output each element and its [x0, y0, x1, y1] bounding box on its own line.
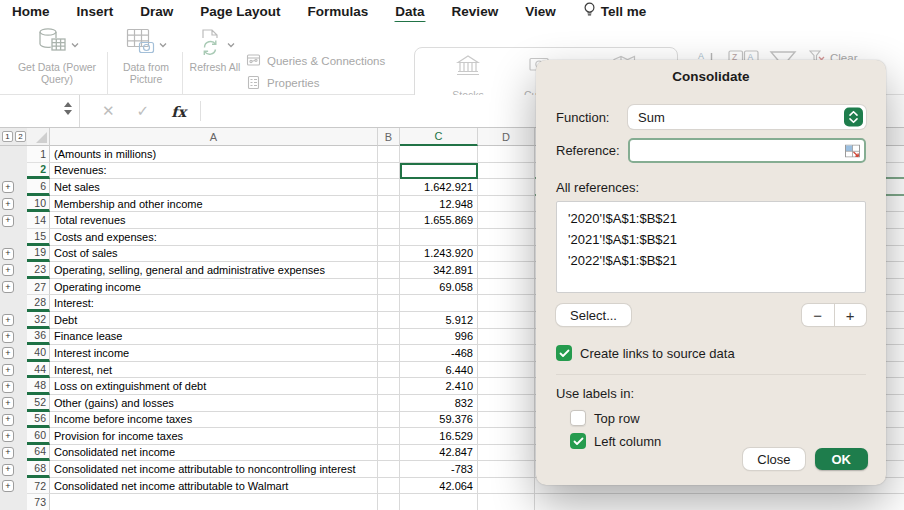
ok-button[interactable]: OK [815, 448, 869, 470]
outline-level-1-button[interactable]: 1 [2, 131, 13, 142]
cell[interactable] [535, 494, 904, 510]
row-header-19[interactable]: 19 [27, 246, 50, 263]
cell[interactable]: Income before income taxes [50, 412, 378, 429]
name-box-stepper[interactable] [64, 102, 72, 115]
cell[interactable] [378, 461, 400, 478]
expand-group-button[interactable]: + [2, 314, 14, 326]
row-header-2[interactable]: 2 [27, 163, 50, 180]
cell[interactable]: Consolidated net income [50, 445, 378, 462]
row-header-56[interactable]: 56 [27, 412, 50, 429]
row-header-36[interactable]: 36 [27, 329, 50, 346]
cell[interactable] [378, 179, 400, 196]
row-header-60[interactable]: 60 [27, 428, 50, 445]
expand-group-button[interactable]: + [2, 264, 14, 276]
top-row-checkbox[interactable] [570, 410, 586, 426]
cell[interactable]: Cost of sales [50, 246, 378, 263]
cell[interactable] [478, 461, 535, 478]
cell[interactable]: Consolidated net income attributable to … [50, 478, 378, 495]
cell[interactable] [478, 212, 535, 229]
cell[interactable] [478, 163, 535, 180]
expand-group-button[interactable]: + [2, 447, 14, 459]
column-header-b[interactable]: B [378, 128, 400, 146]
get-data-button[interactable]: Get Data (Power Query) [10, 27, 104, 86]
enter-icon[interactable]: ✓ [137, 102, 150, 120]
row-header-64[interactable]: 64 [27, 445, 50, 462]
data-from-picture-button[interactable]: Data from Picture [112, 27, 180, 86]
cell[interactable]: 1.642.921 [400, 179, 478, 196]
expand-group-button[interactable]: + [2, 430, 14, 442]
menu-item-insert[interactable]: Insert [77, 4, 114, 19]
reference-item[interactable]: '2021'!$A$1:$B$21 [557, 229, 865, 250]
cell[interactable] [378, 345, 400, 362]
expand-group-button[interactable]: + [2, 397, 14, 409]
cell[interactable] [378, 312, 400, 329]
menu-item-formulas[interactable]: Formulas [308, 4, 369, 19]
row-header-28[interactable]: 28 [27, 295, 50, 312]
cell[interactable] [478, 329, 535, 346]
reference-item[interactable]: '2020'!$A$1:$B$21 [557, 208, 865, 229]
expand-group-button[interactable]: + [2, 381, 14, 393]
close-button[interactable]: Close [743, 448, 804, 470]
expand-group-button[interactable]: + [2, 364, 14, 376]
cell[interactable]: 996 [400, 329, 478, 346]
select-all-corner[interactable] [27, 128, 50, 146]
cell[interactable] [478, 312, 535, 329]
cell[interactable]: Operating, selling, general and administ… [50, 262, 378, 279]
row-header-10[interactable]: 10 [27, 196, 50, 213]
cell[interactable]: 832 [400, 395, 478, 412]
cell[interactable]: Membership and other income [50, 196, 378, 213]
cell[interactable]: 59.376 [400, 412, 478, 429]
cell[interactable]: Net sales [50, 179, 378, 196]
cell[interactable] [478, 478, 535, 495]
cell[interactable] [378, 445, 400, 462]
cell[interactable] [378, 478, 400, 495]
expand-group-button[interactable]: + [2, 248, 14, 260]
cell[interactable]: 342.891 [400, 262, 478, 279]
expand-group-button[interactable]: + [2, 181, 14, 193]
cell[interactable] [378, 494, 400, 510]
cell[interactable] [378, 295, 400, 312]
row-header-6[interactable]: 6 [27, 179, 50, 196]
row-header-73[interactable]: 73 [27, 494, 50, 510]
selected-cell[interactable] [400, 163, 478, 180]
function-dropdown[interactable]: Sum [628, 105, 866, 129]
menu-item-review[interactable]: Review [452, 4, 499, 19]
row-header-27[interactable]: 27 [27, 279, 50, 296]
cell[interactable] [50, 494, 378, 510]
cell[interactable]: Loss on extinguishment of debt [50, 378, 378, 395]
expand-group-button[interactable]: + [2, 281, 14, 293]
expand-group-button[interactable]: + [2, 215, 14, 227]
cell[interactable]: Total revenues [50, 212, 378, 229]
menu-item-home[interactable]: Home [12, 4, 50, 19]
cell[interactable] [478, 146, 535, 163]
cell[interactable] [478, 196, 535, 213]
cell[interactable]: Finance lease [50, 329, 378, 346]
menu-item-view[interactable]: View [525, 4, 556, 19]
menu-item-draw[interactable]: Draw [140, 4, 173, 19]
row-header-40[interactable]: 40 [27, 345, 50, 362]
properties-button[interactable]: Properties [246, 72, 385, 94]
cell[interactable]: (Amounts in millions) [50, 146, 378, 163]
cell[interactable] [378, 146, 400, 163]
dialog-titlebar[interactable]: Consolidate [536, 60, 886, 84]
cell[interactable] [478, 229, 535, 246]
cell[interactable]: 69.058 [400, 279, 478, 296]
cell[interactable] [478, 295, 535, 312]
cell[interactable]: -783 [400, 461, 478, 478]
cell[interactable]: Costs and expenses: [50, 229, 378, 246]
expand-group-button[interactable]: + [2, 464, 14, 476]
cell[interactable] [478, 262, 535, 279]
row-header-15[interactable]: 15 [27, 229, 50, 246]
reference-input[interactable] [628, 138, 866, 163]
references-listbox[interactable]: '2020'!$A$1:$B$21'2021'!$A$1:$B$21'2022'… [556, 201, 866, 293]
menu-item-data[interactable]: Data [395, 4, 424, 19]
expand-group-button[interactable]: + [2, 198, 14, 210]
column-header-d[interactable]: D [478, 128, 535, 146]
cell[interactable]: 12.948 [400, 196, 478, 213]
cell[interactable]: Operating income [50, 279, 378, 296]
cell[interactable]: Interest income [50, 345, 378, 362]
refresh-all-button[interactable]: Refresh All [186, 27, 244, 73]
cell[interactable] [378, 362, 400, 379]
cell[interactable] [378, 196, 400, 213]
row-header-23[interactable]: 23 [27, 262, 50, 279]
